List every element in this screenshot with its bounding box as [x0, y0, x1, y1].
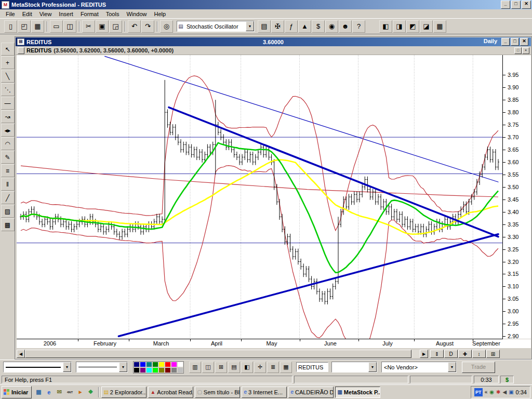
scrollbar-track[interactable]: [25, 350, 420, 358]
zoom-vertical-button[interactable]: ⇕: [430, 350, 444, 358]
vertical-lines-tool[interactable]: ‖: [1, 178, 15, 191]
pointer-tool[interactable]: ↖: [1, 43, 15, 56]
chart-close-button[interactable]: ✕: [520, 38, 528, 46]
menu-format[interactable]: Format: [77, 10, 102, 18]
line-style-combo[interactable]: ▼: [3, 362, 72, 373]
print-preview-button[interactable]: ◫: [63, 20, 76, 33]
messenger-icon[interactable]: ❖: [86, 388, 95, 397]
color-swatch-10[interactable]: [146, 367, 152, 373]
tile-vertical-button[interactable]: ◩: [406, 20, 419, 33]
color-swatch-3[interactable]: [152, 362, 158, 367]
vendor-combo[interactable]: <No Vendor> ▼: [381, 362, 457, 373]
tray-expand-icon[interactable]: «: [485, 389, 488, 395]
color-swatch-7[interactable]: [177, 362, 183, 367]
scrollbar-thumb[interactable]: [25, 350, 411, 358]
daily-periodicity-button[interactable]: D: [444, 350, 458, 358]
chart-minimize-button[interactable]: _: [501, 38, 510, 46]
layout-button[interactable]: ▦: [433, 20, 446, 33]
4nt-icon[interactable]: 4NT: [65, 388, 74, 397]
chart-titlebar[interactable]: ▤ REDITUS 3.60000 Daily _ □ ✕: [16, 37, 531, 46]
chart-properties-icon[interactable]: [18, 47, 24, 54]
color-swatch-6[interactable]: [171, 362, 177, 367]
close-button[interactable]: ✕: [522, 1, 531, 9]
expert-advisor-button[interactable]: ✠: [271, 20, 284, 33]
trendline-tool[interactable]: ╲: [1, 70, 15, 83]
scroll-left-arrow[interactable]: ◀: [17, 350, 25, 358]
task-button-4[interactable]: eCALDEIRÃO D...: [288, 387, 334, 398]
zoom-in-button[interactable]: ✚: [458, 350, 472, 358]
menu-view[interactable]: View: [36, 10, 56, 18]
pane-close-button[interactable]: ×: [522, 47, 529, 54]
dollar-button[interactable]: $: [312, 20, 325, 33]
symbol-combo[interactable]: ▼: [331, 362, 377, 373]
menu-edit[interactable]: Edit: [19, 10, 36, 18]
fibonacci-retracement-tool[interactable]: ≡: [1, 164, 15, 177]
menu-tools[interactable]: Tools: [102, 10, 123, 18]
chart-maximize-button[interactable]: □: [511, 38, 519, 46]
scroll-right-arrow[interactable]: ▶: [420, 350, 428, 358]
zoom-grid-button[interactable]: ⊞: [486, 350, 500, 358]
fibonacci-arc-tool[interactable]: ◠: [1, 137, 15, 150]
pane-maximize-button[interactable]: □: [514, 47, 522, 54]
crosshair-mode-button[interactable]: ✛: [254, 362, 266, 373]
color-swatch-15[interactable]: [177, 367, 183, 373]
date-axis[interactable]: 2006FebruaryMarchAprilMayJuneJulyAugustS…: [17, 339, 531, 348]
indicator-builder-button[interactable]: ƒ: [285, 20, 298, 33]
redo-button[interactable]: ↷: [141, 20, 154, 33]
pattern-tool[interactable]: ▩: [1, 218, 15, 231]
menu-file[interactable]: File: [2, 10, 19, 18]
task-button-0[interactable]: ▤2 Explorador...: [101, 387, 147, 398]
dotted-trendline-tool[interactable]: ⋱: [1, 83, 15, 96]
color-swatch-4[interactable]: [158, 362, 165, 367]
task-button-5[interactable]: ▥MetaStock P...: [335, 387, 380, 398]
color-swatch-11[interactable]: [152, 367, 158, 373]
system-tester-button[interactable]: ▲: [298, 20, 311, 33]
vendor-combo-arrow[interactable]: ▼: [448, 362, 456, 372]
tray-antivirus-icon[interactable]: ✱: [496, 389, 500, 395]
minimize-button[interactable]: _: [501, 1, 510, 9]
open-button[interactable]: ◰: [18, 20, 31, 33]
color-swatch-13[interactable]: [165, 367, 171, 373]
line-style-arrow[interactable]: ▼: [63, 362, 71, 372]
indicator-combo-arrow[interactable]: ▼: [246, 21, 254, 31]
trade-button[interactable]: Trade: [462, 362, 495, 373]
price-chart[interactable]: [17, 55, 503, 339]
task-button-1[interactable]: ▲Acrobat Read...: [148, 387, 193, 398]
menu-window[interactable]: Window: [123, 10, 150, 18]
zoom-reset-button[interactable]: ↕: [472, 350, 486, 358]
options-button[interactable]: ☻: [339, 20, 352, 33]
tray-volume-icon[interactable]: ◀: [502, 389, 507, 395]
symbol-combo-arrow[interactable]: ▼: [368, 362, 377, 372]
quotes-button[interactable]: ▤: [258, 20, 271, 33]
pencil-tool[interactable]: ✎: [1, 151, 15, 164]
media-player-icon[interactable]: ▸: [75, 388, 85, 397]
zoom-button[interactable]: ◎: [160, 20, 173, 33]
scaling-button[interactable]: ▤: [228, 362, 240, 373]
print-button[interactable]: ▭: [50, 20, 63, 33]
save-button[interactable]: ▦: [31, 20, 44, 33]
cut-button[interactable]: ✂: [82, 20, 95, 33]
line-weight-arrow[interactable]: ▼: [119, 362, 127, 372]
outlook-icon[interactable]: ✉: [55, 388, 64, 397]
language-indicator[interactable]: PT: [474, 388, 483, 396]
horizontal-line-tool[interactable]: —: [1, 97, 15, 110]
grid-toggle-button[interactable]: ⊞: [215, 362, 227, 373]
internet-explorer-icon[interactable]: e: [44, 388, 54, 397]
task-button-3[interactable]: e3 Internet E...: [242, 387, 287, 398]
regression-tool[interactable]: ↝: [1, 110, 15, 123]
tray-display-icon[interactable]: ▣: [509, 389, 513, 395]
pointer-mode-button[interactable]: ◧: [241, 362, 253, 373]
color-swatch-0[interactable]: [134, 362, 140, 367]
tile-horizontal-button[interactable]: ◨: [393, 20, 406, 33]
color-swatch-1[interactable]: [140, 362, 146, 367]
cascade-button[interactable]: ◧: [379, 20, 392, 33]
indicator-combo[interactable]: ▤ Stochastic Oscillator ▼: [177, 21, 255, 32]
undo-button[interactable]: ↶: [128, 20, 141, 33]
color-swatch-2[interactable]: [146, 362, 152, 367]
new-chart-button[interactable]: ▯: [4, 20, 17, 33]
periodicity-button[interactable]: ▥: [189, 362, 201, 373]
show-desktop-icon[interactable]: ▦: [34, 388, 43, 397]
chart-style-button[interactable]: ◫: [202, 362, 214, 373]
menu-help[interactable]: Help: [151, 10, 170, 18]
color-swatch-5[interactable]: [165, 362, 171, 367]
